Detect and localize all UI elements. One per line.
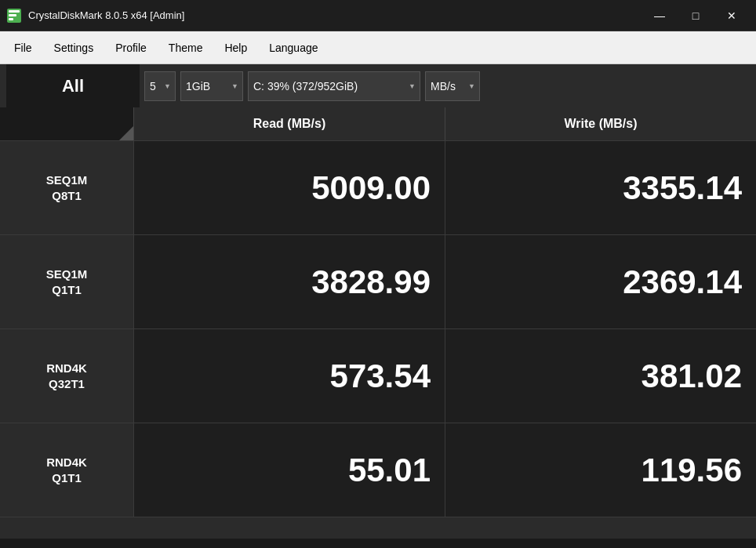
menu-profile[interactable]: Profile: [104, 37, 158, 59]
menu-theme[interactable]: Theme: [158, 37, 214, 59]
runs-select[interactable]: 1 3 5 9: [144, 71, 176, 101]
window-title: CrystalDiskMark 8.0.5 x64 [Admin]: [28, 9, 642, 21]
size-select[interactable]: 512MiB 1GiB 2GiB 4GiB 8GiB 16GiB 32GiB 6…: [180, 71, 243, 101]
table-header: Read (MB/s) Write (MB/s): [0, 107, 756, 140]
drive-dropdown-container: C: 39% (372/952GiB): [248, 71, 420, 101]
row-read-seq1m-q8t1: 5009.00: [133, 141, 445, 234]
menu-settings[interactable]: Settings: [43, 37, 105, 59]
menu-file[interactable]: File: [3, 37, 43, 59]
row-read-seq1m-q1t1: 3828.99: [133, 235, 445, 328]
menu-bar: File Settings Profile Theme Help Languag…: [0, 31, 756, 64]
row-label-rnd4k-q32t1: RND4KQ32T1: [0, 329, 133, 423]
unit-select[interactable]: MB/s GB/s IOPS μs: [425, 71, 480, 101]
close-button[interactable]: ✕: [714, 3, 750, 28]
row-label-seq1m-q8t1: SEQ1MQ8T1: [0, 141, 133, 234]
svg-rect-2: [9, 14, 16, 16]
row-read-rnd4k-q32t1: 573.54: [133, 329, 445, 423]
menu-language[interactable]: Language: [258, 37, 329, 59]
svg-rect-3: [9, 18, 13, 20]
benchmark-table: Read (MB/s) Write (MB/s) SEQ1MQ8T1 5009.…: [0, 107, 756, 517]
minimize-button[interactable]: —: [642, 3, 678, 28]
row-write-rnd4k-q1t1: 119.56: [445, 423, 756, 517]
row-read-rnd4k-q1t1: 55.01: [133, 423, 445, 517]
table-row: SEQ1MQ8T1 5009.00 3355.14: [0, 140, 756, 234]
header-label-cell: [0, 107, 133, 140]
window-controls: — □ ✕: [642, 3, 750, 28]
menu-help[interactable]: Help: [213, 37, 258, 59]
app-icon: [6, 8, 22, 24]
row-label-rnd4k-q1t1: RND4KQ1T1: [0, 423, 133, 517]
table-row: SEQ1MQ1T1 3828.99 2369.14: [0, 234, 756, 328]
row-label-seq1m-q1t1: SEQ1MQ1T1: [0, 235, 133, 328]
unit-dropdown-container: MB/s GB/s IOPS μs: [425, 71, 480, 101]
size-dropdown-container: 512MiB 1GiB 2GiB 4GiB 8GiB 16GiB 32GiB 6…: [180, 71, 243, 101]
drive-select[interactable]: C: 39% (372/952GiB): [248, 71, 420, 101]
write-header: Write (MB/s): [445, 107, 756, 140]
svg-rect-1: [9, 10, 20, 13]
row-write-seq1m-q1t1: 2369.14: [445, 235, 756, 328]
all-button[interactable]: All: [6, 64, 140, 107]
bottom-bar: [0, 517, 756, 539]
table-row: RND4KQ32T1 573.54 381.02: [0, 328, 756, 423]
title-bar: CrystalDiskMark 8.0.5 x64 [Admin] — □ ✕: [0, 0, 756, 31]
runs-dropdown-container: 1 3 5 9: [144, 71, 176, 101]
table-row: RND4KQ1T1 55.01 119.56: [0, 423, 756, 517]
controls-row: All 1 3 5 9 512MiB 1GiB 2GiB 4GiB 8GiB 1…: [0, 64, 756, 107]
maximize-button[interactable]: □: [678, 3, 714, 28]
row-write-rnd4k-q32t1: 381.02: [445, 329, 756, 423]
read-header: Read (MB/s): [133, 107, 445, 140]
row-write-seq1m-q8t1: 3355.14: [445, 141, 756, 234]
